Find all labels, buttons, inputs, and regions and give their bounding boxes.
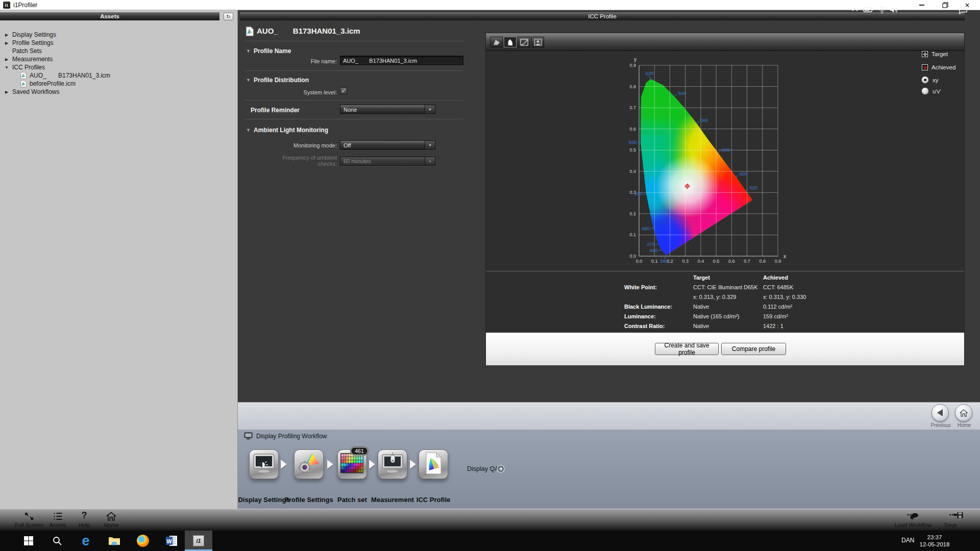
restore-button[interactable] (939, 0, 952, 10)
svg-text:0.3: 0.3 (682, 259, 689, 264)
display-qa-arrow-icon[interactable] (497, 465, 505, 475)
expand-icon[interactable]: ▶ (4, 33, 9, 37)
load-workflow-icon (906, 511, 920, 521)
svg-text:0.1: 0.1 (629, 232, 636, 237)
collapse-icon[interactable]: ▼ (246, 78, 251, 83)
tree-item-beforeprofile-icm[interactable]: beforeProfile.icm (0, 80, 235, 88)
search-button[interactable] (45, 531, 69, 551)
tree-item-profile-settings[interactable]: ▶Profile Settings (0, 39, 235, 47)
patch-set-icon (340, 453, 364, 475)
collapse-icon[interactable]: ▼ (4, 65, 9, 70)
expand-icon[interactable]: ▶ (4, 41, 9, 45)
chevron-down-icon: ▼ (425, 105, 435, 114)
home-button[interactable] (955, 404, 972, 421)
i1profiler-icon: i1 (193, 535, 204, 546)
compare-profile-button[interactable]: Compare profile (721, 343, 786, 355)
icc-profile-icon (422, 452, 445, 477)
full-screen-button[interactable]: Full Screen (15, 511, 43, 528)
speaker-icon[interactable] (890, 6, 899, 15)
legend-target: Target (922, 51, 948, 57)
svg-text:520: 520 (646, 70, 654, 76)
profile-reminder-label: Profile Reminder (251, 107, 300, 114)
taskbar-app-file-explorer[interactable] (102, 531, 127, 551)
stats-header-row: TargetAchieved (624, 272, 859, 282)
stats-achieved-value: 0.112 cd/m² (763, 304, 850, 310)
refresh-icon[interactable]: ↻ (224, 13, 233, 20)
tree-item-auo-b173han01-3-icm[interactable]: AUO_ B173HAN01_3.icm (0, 71, 235, 80)
gamut-flat-icon[interactable] (490, 37, 503, 47)
assets-button[interactable]: Assets (49, 511, 66, 528)
stats-label: Contrast Ratio: (624, 323, 693, 329)
file-name-input[interactable] (340, 56, 463, 65)
tree-item-display-settings[interactable]: ▶Display Settings (0, 31, 235, 39)
white-point-stats: TargetAchievedWhite Point:CCT: CIE Illum… (624, 272, 859, 331)
expand-icon[interactable]: ▶ (4, 57, 9, 62)
workflow-step-label: Measurement (371, 496, 414, 504)
collapse-icon[interactable]: ▼ (246, 48, 251, 54)
workflow-step-label: Display Settings (238, 496, 289, 504)
monitor-icon (244, 432, 253, 440)
home-toolbar-button[interactable]: Home (104, 511, 118, 528)
rad-uv[interactable]: u'v' (921, 87, 941, 95)
radio-button[interactable] (921, 87, 929, 95)
target-marker-icon (922, 51, 928, 57)
start-button[interactable] (16, 531, 41, 551)
window-title: i1Profiler (13, 2, 37, 9)
workflow-step-measurement[interactable] (378, 449, 407, 479)
taskbar-app-i1profiler-active[interactable]: i1 (185, 531, 212, 551)
help-button[interactable]: ? Help (79, 511, 90, 528)
workflow-step-profile-settings[interactable] (294, 449, 324, 479)
wifi-icon[interactable] (877, 6, 887, 15)
profile-reminder-dropdown[interactable]: None▼ (340, 105, 435, 114)
taskbar-app-word[interactable]: W (159, 531, 184, 551)
tree-item-saved-workflows[interactable]: ▶Saved Workflows (0, 88, 235, 96)
stats-target-value: Native (165 cd/m²) (693, 313, 763, 319)
system-level-checkbox[interactable]: ✓ (340, 87, 347, 94)
create-save-profile-button[interactable]: Create and save profile (655, 343, 719, 355)
bottom-toolbar (0, 509, 980, 531)
windows-icon (23, 536, 34, 546)
svg-text:0.2: 0.2 (629, 211, 636, 216)
workflow-step-icc-profile[interactable] (419, 449, 448, 479)
workflow-step-display-settings[interactable] (249, 449, 279, 479)
icc-profile-header-label: ICC Profile (588, 13, 617, 19)
radio-button-selected[interactable] (921, 76, 929, 84)
expand-icon[interactable]: ▶ (4, 90, 9, 94)
minimize-button[interactable] (915, 0, 928, 10)
tree-item-label: Profile Settings (12, 39, 54, 46)
action-center-icon[interactable] (959, 6, 968, 16)
home-icon (107, 511, 116, 521)
svg-text:460: 460 (650, 247, 658, 253)
assets-label: Assets (49, 522, 66, 528)
stats-row: x: 0.313, y: 0.329x: 0.313, y: 0.330 (624, 292, 859, 302)
tray-language[interactable]: DAN (901, 537, 914, 544)
battery-icon[interactable] (863, 6, 873, 15)
legend-achieved-label: Achieved (932, 64, 955, 70)
taskbar-app-firefox[interactable] (131, 531, 155, 551)
tone-curve-icon[interactable] (518, 37, 530, 47)
load-workflow-button[interactable]: Load Workflow (895, 511, 932, 528)
taskbar-app-edge[interactable]: e (74, 531, 98, 551)
save-workflow-icon (949, 511, 963, 521)
tree-item-label: Patch Sets (12, 47, 42, 55)
tree-item-icc-profiles[interactable]: ▼ICC Profiles (0, 63, 235, 71)
svg-text:380: 380 (660, 258, 668, 264)
tree-item-label: Saved Workflows (12, 88, 59, 95)
image-preview-icon[interactable] (531, 37, 544, 47)
display-qa-link[interactable]: Display QA (467, 465, 499, 472)
legend-achieved: Achieved (922, 64, 955, 70)
divider (486, 271, 964, 271)
tray-clock[interactable]: 23:37 12-05-2018 (917, 534, 952, 548)
tree-item-patch-sets[interactable]: ▶Patch Sets (0, 47, 235, 55)
icc-file-icon (20, 72, 27, 79)
file-explorer-icon (108, 536, 120, 546)
svg-text:y: y (634, 57, 636, 62)
svg-text:600: 600 (739, 171, 747, 177)
previous-button[interactable] (932, 404, 949, 421)
monitoring-mode-dropdown[interactable]: Off▼ (340, 140, 435, 150)
tray-chevron-icon[interactable] (851, 6, 859, 15)
tree-item-measurements[interactable]: ▶Measurements (0, 55, 235, 63)
gamut-solid-icon[interactable] (504, 37, 517, 47)
radio-xy[interactable]: xy (921, 76, 939, 84)
collapse-icon[interactable]: ▼ (246, 128, 251, 133)
